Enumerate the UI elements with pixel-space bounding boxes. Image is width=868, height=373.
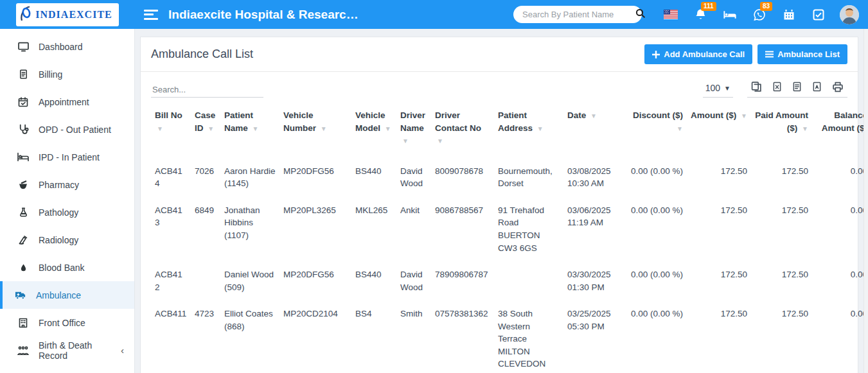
column-header-patient_name[interactable]: Patient Name ▼	[220, 104, 279, 157]
sort-arrow-icon[interactable]: ▼	[402, 137, 409, 144]
excel-icon[interactable]	[772, 81, 782, 92]
column-header-bill_no[interactable]: Bill No ▼	[151, 104, 191, 157]
copy-icon[interactable]	[751, 81, 762, 92]
list-icon	[765, 51, 774, 58]
cell-balance_amount: 0.00	[812, 157, 868, 196]
cell-vehicle_model: BS440	[351, 157, 396, 196]
column-header-discount[interactable]: Discount ($) ▼	[623, 104, 687, 157]
cell-patient_name: Elliot Coates (868)	[220, 300, 279, 373]
bell-icon[interactable]: 111	[686, 0, 715, 29]
search-icon[interactable]	[635, 8, 646, 21]
scrollbar[interactable]	[864, 29, 868, 373]
column-header-amount[interactable]: Amount ($) ▼	[687, 104, 751, 157]
dashboard-icon	[17, 41, 29, 53]
sort-arrow-icon[interactable]: ▼	[677, 125, 683, 132]
tasks-icon[interactable]	[804, 0, 833, 29]
sidebar-item-ipd-in-patient[interactable]: IPD - In Patient	[0, 143, 134, 171]
sidebar-item-opd-out-patient[interactable]: OPD - Out Patient	[0, 116, 134, 143]
header-buttons: Add Ambulance Call Ambulance List	[644, 44, 847, 64]
logo-swoosh-icon	[20, 6, 33, 24]
sidebar-item-appointment[interactable]: Appointment	[0, 88, 134, 116]
notification-badge: 111	[701, 2, 716, 11]
bed-icon[interactable]	[715, 0, 745, 29]
cell-case_id: 7026	[191, 157, 220, 196]
front-office-icon	[17, 317, 29, 329]
sidebar-item-pathology[interactable]: Pathology	[0, 198, 134, 226]
topbar-right: 11183	[513, 0, 868, 29]
sort-arrow-icon[interactable]: ▼	[802, 125, 808, 132]
column-label: Vehicle Model	[355, 110, 385, 133]
logo[interactable]: INDIAEXCITE	[16, 3, 118, 26]
sidebar-item-pharmacy[interactable]: Pharmacy	[0, 171, 134, 198]
sort-arrow-icon[interactable]: ▼	[252, 125, 259, 132]
patient-search[interactable]	[513, 6, 642, 23]
cell-vehicle_model: MKL265	[351, 196, 396, 261]
csv-icon[interactable]	[792, 81, 802, 92]
user-avatar[interactable]	[840, 5, 859, 24]
cell-amount: 172.50	[687, 300, 751, 373]
page-size-select[interactable]: 100 ▼	[703, 82, 733, 98]
column-header-driver_name[interactable]: Driver Name ▼	[396, 104, 431, 157]
birth-death-icon	[17, 345, 29, 356]
patient-search-input[interactable]	[522, 10, 635, 19]
sidebar-item-label: Front Office	[39, 318, 85, 328]
cell-date: 03/06/2025 11:19 AM	[563, 196, 623, 261]
cell-vehicle_model: BS440	[351, 261, 396, 300]
app-title: Indiaexcite Hospital & Researc…	[168, 8, 359, 22]
sidebar-item-label: IPD - In Patient	[39, 152, 100, 162]
sidebar-item-label: Birth & Death Record	[39, 340, 111, 361]
sort-arrow-icon[interactable]: ▼	[741, 112, 747, 119]
sidebar-item-radiology[interactable]: Radiology	[0, 226, 134, 254]
sidebar-item-blood-bank[interactable]: Blood Bank	[0, 254, 134, 281]
whatsapp-icon[interactable]: 83	[745, 0, 774, 29]
column-header-patient_address[interactable]: Patient Address ▼	[494, 104, 563, 157]
column-label: Balance Amount ($)	[822, 110, 867, 133]
cell-amount: 172.50	[687, 196, 751, 261]
table-search-input[interactable]	[151, 82, 263, 98]
sort-arrow-icon[interactable]: ▼	[321, 125, 327, 132]
column-header-paid_amount[interactable]: Paid Amount ($) ▼	[751, 104, 812, 157]
add-ambulance-call-button[interactable]: Add Ambulance Call	[644, 44, 752, 64]
menu-toggle-icon[interactable]	[144, 10, 158, 20]
logo-text: INDIAEXCITE	[35, 9, 112, 21]
sidebar-item-birth-death-record[interactable]: Birth & Death Record‹	[0, 336, 134, 364]
us-flag-icon[interactable]	[656, 0, 686, 29]
sort-arrow-icon[interactable]: ▼	[537, 125, 544, 132]
cell-balance_amount: 0.00	[812, 300, 868, 373]
pdf-icon[interactable]	[812, 81, 822, 92]
column-header-case_id[interactable]: Case ID ▼	[191, 104, 220, 157]
sort-arrow-icon[interactable]: ▼	[385, 125, 391, 132]
cell-date: 03/30/2025 01:30 PM	[563, 261, 623, 300]
calendar-icon[interactable]	[774, 0, 804, 29]
cell-driver_contact_no: 07578381362	[431, 300, 494, 373]
column-header-driver_contact_no[interactable]: Driver Contact No ▼	[431, 104, 494, 157]
column-header-vehicle_model[interactable]: Vehicle Model ▼	[351, 104, 396, 157]
sidebar-item-billing[interactable]: Billing	[0, 60, 134, 88]
column-header-vehicle_number[interactable]: Vehicle Number ▼	[279, 104, 351, 157]
cell-patient_address: Bournemouth, Dorset	[494, 157, 563, 196]
chevron-left-icon: ‹	[121, 345, 124, 356]
sort-arrow-icon[interactable]: ▼	[157, 125, 163, 132]
column-label: Driver Contact No	[435, 110, 481, 133]
sidebar-item-dashboard[interactable]: Dashboard	[0, 33, 134, 60]
sidebar-item-front-office[interactable]: Front Office	[0, 309, 134, 336]
cell-vehicle_number: MP20CD2104	[279, 300, 351, 373]
sort-arrow-icon[interactable]: ▼	[437, 137, 443, 144]
cell-discount: 0.00 (0.00 %)	[623, 157, 687, 196]
sidebar-item-ambulance[interactable]: Ambulance	[0, 281, 134, 309]
sort-arrow-icon[interactable]: ▼	[208, 125, 214, 132]
print-icon[interactable]	[832, 81, 844, 92]
column-header-balance_amount[interactable]: Balance Amount ($)	[812, 104, 868, 157]
cell-amount: 172.50	[687, 261, 751, 300]
plus-icon	[652, 51, 660, 58]
column-label: Driver Name	[400, 110, 425, 133]
column-label: Amount ($)	[691, 110, 736, 120]
column-label: Vehicle Number	[283, 110, 316, 133]
sidebar-item-label: Pathology	[39, 207, 78, 218]
sort-arrow-icon[interactable]: ▼	[590, 112, 597, 119]
ambulance-list-button[interactable]: Ambulance List	[757, 44, 847, 64]
sidebar-item-label: Billing	[39, 69, 62, 80]
cell-case_id	[191, 261, 220, 300]
column-header-date[interactable]: Date ▼	[563, 104, 623, 157]
main-content: Ambulance Call List Add Ambulance Call A…	[135, 29, 864, 373]
